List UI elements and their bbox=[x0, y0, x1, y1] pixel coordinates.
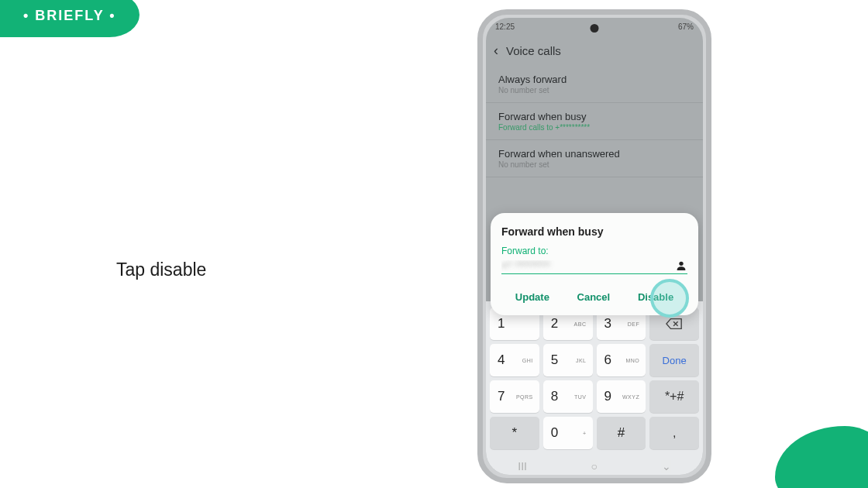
key-8[interactable]: 8TUV bbox=[543, 380, 593, 413]
forward-dialog: Forward when busy Forward to: +* *******… bbox=[491, 213, 698, 315]
key-9[interactable]: 9WXYZ bbox=[597, 380, 646, 413]
setting-title: Always forward bbox=[498, 74, 691, 85]
key-symbols[interactable]: *+# bbox=[649, 380, 699, 413]
setting-forward-unanswered[interactable]: Forward when unanswered No number set bbox=[486, 140, 703, 177]
nav-home-icon[interactable]: ○ bbox=[591, 460, 598, 473]
update-button[interactable]: Update bbox=[509, 287, 556, 308]
brand-logo: • BRIEFLY • bbox=[23, 8, 116, 24]
setting-subtitle: Forward calls to +********** bbox=[498, 123, 691, 132]
camera-punchhole bbox=[591, 24, 599, 33]
screen-header: ‹ Voice calls bbox=[486, 35, 703, 66]
instruction-text: Tap disable bbox=[116, 259, 206, 280]
dialog-title: Forward when busy bbox=[501, 225, 687, 238]
key-5[interactable]: 5JKL bbox=[543, 344, 593, 376]
android-navbar: III ○ ⌄ bbox=[486, 458, 703, 475]
key-0[interactable]: 0+ bbox=[543, 417, 593, 449]
forward-number-input[interactable]: +* ******** bbox=[501, 260, 675, 271]
phone-screen: 12:25 67% ‹ Voice calls Always forward N… bbox=[486, 18, 703, 475]
dialog-input-row: +* ******** bbox=[501, 259, 687, 274]
dialog-label: Forward to: bbox=[501, 246, 687, 256]
nav-recents-icon[interactable]: III bbox=[518, 460, 527, 473]
nav-back-icon[interactable]: ⌄ bbox=[662, 460, 671, 473]
status-right: 67% bbox=[678, 22, 694, 31]
key-hash[interactable]: # bbox=[597, 417, 646, 449]
dialog-actions: Update Cancel Disable bbox=[501, 287, 687, 308]
setting-title: Forward when unanswered bbox=[498, 148, 691, 160]
key-comma[interactable]: , bbox=[649, 417, 699, 449]
key-7[interactable]: 7PQRS bbox=[490, 380, 539, 413]
setting-forward-busy[interactable]: Forward when busy Forward calls to +****… bbox=[486, 103, 703, 140]
setting-subtitle: No number set bbox=[498, 160, 691, 169]
numeric-keypad: 1 2ABC 3DEF 4GHI 5JKL 6MNO Done 7PQRS 8T… bbox=[486, 301, 703, 458]
key-star[interactable]: * bbox=[490, 417, 539, 449]
svg-point-0 bbox=[679, 262, 683, 266]
back-icon[interactable]: ‹ bbox=[494, 43, 498, 59]
key-6[interactable]: 6MNO bbox=[597, 344, 646, 376]
setting-always-forward[interactable]: Always forward No number set bbox=[486, 66, 703, 103]
disable-button[interactable]: Disable bbox=[632, 287, 680, 308]
settings-list: Always forward No number set Forward whe… bbox=[486, 66, 703, 177]
setting-subtitle: No number set bbox=[498, 86, 691, 95]
cancel-button[interactable]: Cancel bbox=[571, 287, 617, 308]
status-time: 12:25 bbox=[495, 22, 515, 31]
contact-icon[interactable] bbox=[675, 259, 687, 272]
page-title: Voice calls bbox=[506, 44, 561, 57]
key-4[interactable]: 4GHI bbox=[490, 344, 539, 376]
phone-frame: 12:25 67% ‹ Voice calls Always forward N… bbox=[477, 9, 711, 483]
key-done[interactable]: Done bbox=[649, 344, 699, 376]
setting-title: Forward when busy bbox=[498, 111, 691, 122]
decorative-blob bbox=[775, 426, 868, 488]
